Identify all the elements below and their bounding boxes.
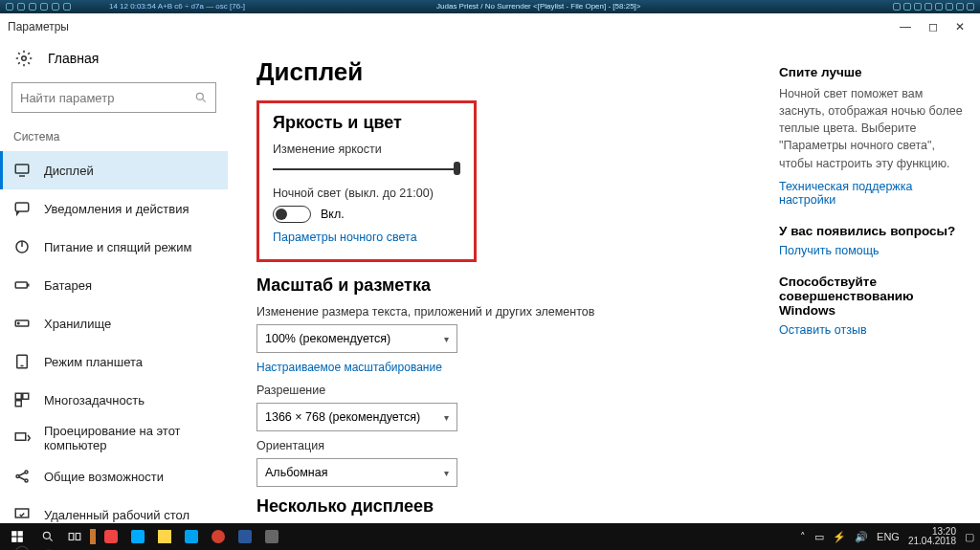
svg-rect-34 [76,534,80,540]
chat-icon [13,200,31,217]
sidebar-item-label: Режим планшета [44,355,143,369]
svg-point-1 [196,93,203,99]
windows-icon [11,530,24,543]
gear-icon [15,50,33,67]
questions-heading: У вас появились вопросы? [779,224,965,238]
sidebar-item-label: Проецирование на этот компьютер [44,424,214,452]
tray-action-center-icon[interactable]: ▢ [965,531,974,543]
tray-chevron-icon[interactable]: ˄ [800,531,806,543]
get-help-link[interactable]: Получить помощь [779,244,965,257]
taskbar-search[interactable] [34,523,61,550]
multitask-icon [13,391,31,408]
resolution-label: Разрешение [256,384,750,397]
taskbar-app-1[interactable] [90,529,96,544]
remote-icon [13,506,31,523]
home-label: Главная [48,51,99,66]
brightness-slider[interactable] [273,162,460,175]
main-panel: Дисплей Яркость и цвет Изменение яркости… [228,40,779,523]
settings-sidebar: Главная Найти параметр Система Дисплей У… [0,40,228,523]
orientation-label: Ориентация [256,439,750,452]
feedback-link[interactable]: Оставить отзыв [779,323,965,337]
window-title-bar: Параметры — ◻ ✕ [0,13,980,40]
sidebar-item-label: Многозадачность [44,393,145,407]
winamp-track-title: Judas Priest / No Surrender <[Playlist -… [436,0,640,13]
svg-point-31 [43,532,50,539]
taskbar-app-6[interactable] [205,523,232,550]
start-button[interactable] [0,523,34,550]
support-link[interactable]: Техническая поддержка настройки [779,180,965,207]
scale-label: Изменение размера текста, приложений и д… [256,305,750,319]
resolution-value: 1366 × 768 (рекомендуется) [265,410,420,424]
sidebar-item-label: Питание и спящий режим [44,240,191,254]
orientation-value: Альбомная [265,466,327,479]
sidebar-item-label: Хранилище [44,317,111,331]
sidebar-item-power[interactable]: Питание и спящий режим [0,228,228,266]
sidebar-item-storage[interactable]: Хранилище [0,304,228,342]
svg-rect-33 [69,534,74,540]
sidebar-item-multitask[interactable]: Многозадачность [0,381,228,419]
sidebar-item-tablet[interactable]: Режим планшета [0,342,228,381]
svg-rect-27 [11,531,16,536]
taskbar-app-4[interactable] [151,523,178,550]
feedback-heading: Способствуйте совершенствованию Windows [779,275,965,318]
sidebar-section-label: Система [0,126,228,151]
svg-rect-8 [15,282,27,288]
search-icon [194,91,208,104]
taskbar: ˄ ▭ ⚡ 🔊 ENG 13:20 21.04.2018 ▢ [0,523,980,550]
storage-icon [13,315,31,332]
tray-wifi-icon[interactable]: ⚡ [833,531,846,543]
svg-point-19 [25,471,28,473]
minimize-button[interactable]: — [900,20,911,33]
share-icon [13,468,31,485]
svg-point-20 [25,479,28,482]
tray-clock[interactable]: 13:20 21.04.2018 [908,527,956,547]
sidebar-item-label: Удаленный рабочий стол [44,508,189,522]
brightness-section-title: Яркость и цвет [273,113,460,133]
taskbar-app-2[interactable] [98,523,124,550]
tray-volume-icon[interactable]: 🔊 [855,531,868,543]
sidebar-item-label: Дисплей [44,164,94,178]
close-button[interactable]: ✕ [955,20,965,33]
taskbar-app-5[interactable] [178,523,205,550]
winamp-info: 14 12 0:03:54 A+B c6 ÷ d7a — osc [76-] [109,0,245,13]
maximize-button[interactable]: ◻ [928,20,938,33]
resolution-combo[interactable]: 1366 × 768 (рекомендуется) ▾ [256,403,457,431]
battery-icon [13,276,31,294]
search-input[interactable]: Найти параметр [11,82,216,113]
sidebar-item-label: Общие возможности [44,470,164,484]
svg-rect-5 [15,203,29,211]
nightlight-settings-link[interactable]: Параметры ночного света [273,231,460,244]
sidebar-item-battery[interactable]: Батарея [0,266,228,304]
taskbar-taskview[interactable] [61,523,88,550]
nightlight-toggle[interactable]: Вкл. [273,206,460,223]
chevron-down-icon: ▾ [444,412,449,423]
scale-combo[interactable]: 100% (рекомендуется) ▾ [256,324,457,353]
multi-display-section-title: Несколько дисплеев [256,496,750,517]
tablet-icon [13,353,31,370]
taskbar-app-8[interactable] [258,523,285,550]
sidebar-item-projecting[interactable]: Проецирование на этот компьютер [0,419,228,457]
toggle-state-label: Вкл. [321,208,345,221]
svg-rect-30 [18,538,23,542]
home-button[interactable]: Главная [0,40,228,77]
taskbar-app-7[interactable] [232,523,258,550]
sidebar-item-label: Уведомления и действия [44,202,189,216]
sidebar-item-notifications[interactable]: Уведомления и действия [0,189,228,228]
sleep-better-heading: Спите лучше [779,65,965,79]
svg-rect-28 [18,531,23,536]
taskbar-app-3[interactable] [124,523,151,550]
sleep-better-body: Ночной свет поможет вам заснуть, отображ… [779,85,965,172]
svg-rect-29 [11,538,16,542]
svg-point-18 [16,475,19,478]
orientation-combo[interactable]: Альбомная ▾ [256,458,457,487]
sidebar-item-display[interactable]: Дисплей [0,151,228,189]
tray-battery-icon[interactable]: ▭ [814,531,824,543]
highlight-box: Яркость и цвет Изменение яркости Ночной … [256,100,477,262]
slider-thumb[interactable] [454,162,460,175]
custom-scale-link[interactable]: Настраиваемое масштабирование [256,361,750,374]
svg-rect-3 [15,165,29,173]
tray-lang[interactable]: ENG [877,531,900,542]
sidebar-item-shared[interactable]: Общие возможности [0,457,228,495]
svg-point-0 [22,56,27,61]
scale-section-title: Масштаб и разметка [256,275,750,296]
